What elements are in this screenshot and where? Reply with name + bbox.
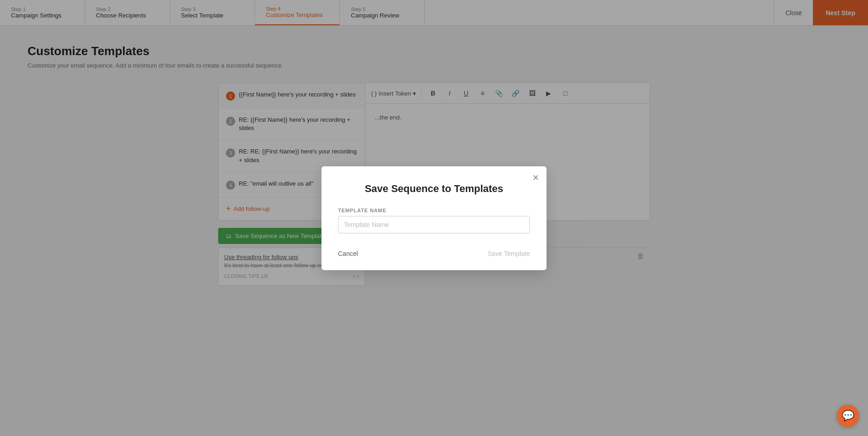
modal-overlay[interactable]: ✕ Save Sequence to Templates TEMPLATE NA…: [0, 0, 868, 436]
chat-icon: 💬: [842, 410, 854, 422]
modal-title: Save Sequence to Templates: [338, 183, 530, 195]
chat-widget[interactable]: 💬: [837, 405, 859, 427]
modal-actions: Cancel Save Template: [338, 250, 530, 257]
template-name-input[interactable]: [338, 216, 530, 233]
template-name-label: TEMPLATE NAME: [338, 208, 530, 213]
modal-close-button[interactable]: ✕: [532, 173, 539, 183]
save-template-modal: ✕ Save Sequence to Templates TEMPLATE NA…: [321, 166, 547, 270]
modal-save-button[interactable]: Save Template: [488, 250, 530, 257]
modal-cancel-button[interactable]: Cancel: [338, 250, 358, 257]
